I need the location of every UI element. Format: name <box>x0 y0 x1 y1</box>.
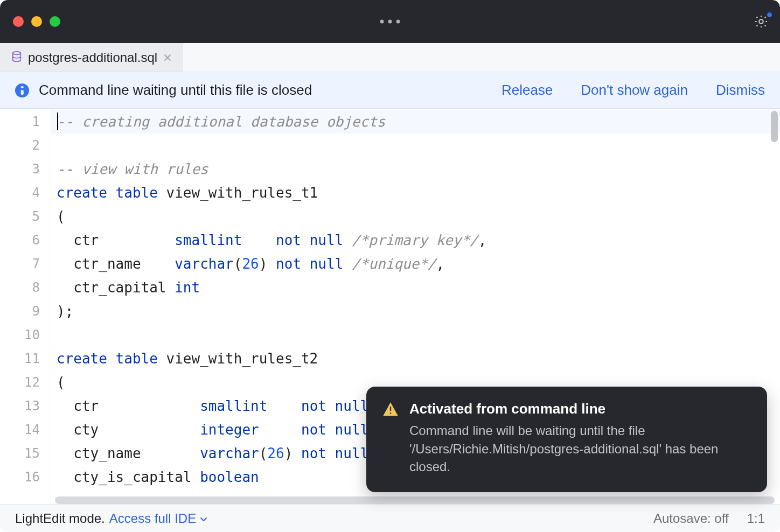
info-icon <box>15 83 29 97</box>
tab-filename: postgres-additional.sql <box>28 50 157 65</box>
autosave-status[interactable]: Autosave: off <box>653 511 729 526</box>
toast-body: Command line will be waiting until the f… <box>409 422 751 476</box>
cursor-position[interactable]: 1:1 <box>747 511 765 526</box>
line-number: 15 <box>0 442 51 465</box>
svg-point-0 <box>759 19 763 23</box>
horizontal-scrollbar[interactable] <box>55 496 775 504</box>
lightedit-mode-label: LightEdit mode. <box>15 511 105 526</box>
line-number: 10 <box>0 323 51 347</box>
svg-point-1 <box>13 51 21 54</box>
ellipsis-icon <box>380 20 384 24</box>
close-window-button[interactable] <box>13 16 24 27</box>
line-number: 14 <box>0 418 51 442</box>
notification-banner: Command line waiting until this file is … <box>0 72 780 109</box>
file-tab[interactable]: postgres-additional.sql <box>0 43 183 72</box>
notification-toast: Activated from command line Command line… <box>366 387 767 492</box>
settings-update-badge <box>766 11 773 18</box>
ellipsis-icon <box>396 20 400 24</box>
code-line[interactable]: ctr_name varchar(26) not null /*unique*/… <box>51 252 780 276</box>
banner-release-link[interactable]: Release <box>502 82 553 99</box>
banner-dont-show-link[interactable]: Don't show again <box>581 82 688 99</box>
line-number: 9 <box>0 299 51 323</box>
banner-message: Command line waiting until this file is … <box>39 82 312 99</box>
line-number: 6 <box>0 228 51 252</box>
line-number: 16 <box>0 465 51 489</box>
access-full-ide-text: Access full IDE <box>109 511 196 526</box>
line-number-gutter: 12345678910111213141516 <box>0 109 51 504</box>
code-line[interactable]: -- creating additional database objects <box>51 110 780 134</box>
titlebar-menu-button[interactable] <box>380 20 400 24</box>
line-number: 7 <box>0 252 51 276</box>
line-number: 1 <box>0 110 51 134</box>
code-line[interactable]: ( <box>51 205 780 228</box>
code-line[interactable]: ctr smallint not null /*primary key*/, <box>51 228 780 252</box>
toast-title: Activated from command line <box>409 401 751 417</box>
warning-icon <box>382 402 399 416</box>
line-number: 4 <box>0 181 51 205</box>
line-number: 13 <box>0 394 51 418</box>
code-line[interactable]: create table view_with_rules_t1 <box>51 181 780 205</box>
code-line[interactable] <box>51 134 780 157</box>
ellipsis-icon <box>388 20 392 24</box>
zoom-window-button[interactable] <box>50 16 60 27</box>
tab-bar: postgres-additional.sql <box>0 43 780 72</box>
code-line[interactable]: -- view with rules <box>51 157 780 181</box>
database-file-icon <box>11 50 23 65</box>
line-number: 8 <box>0 276 51 299</box>
close-tab-icon[interactable] <box>163 53 172 62</box>
line-number: 2 <box>0 134 51 157</box>
line-number: 5 <box>0 205 51 228</box>
line-number: 11 <box>0 347 51 370</box>
minimize-window-button[interactable] <box>31 16 42 27</box>
title-bar <box>0 0 780 43</box>
banner-dismiss-link[interactable]: Dismiss <box>716 82 765 99</box>
line-number: 3 <box>0 157 51 181</box>
ide-window: postgres-additional.sql Command line wai… <box>0 0 780 532</box>
vertical-scrollbar[interactable] <box>771 111 778 142</box>
line-number: 12 <box>0 370 51 394</box>
svg-rect-2 <box>390 407 392 411</box>
text-cursor <box>57 113 58 130</box>
window-controls <box>10 16 60 27</box>
code-line[interactable]: ctr_capital int <box>51 276 780 299</box>
chevron-down-icon <box>199 515 208 523</box>
svg-rect-3 <box>390 412 392 414</box>
access-full-ide-link[interactable]: Access full IDE <box>109 511 208 526</box>
code-line[interactable]: create table view_with_rules_t2 <box>51 347 780 370</box>
status-bar: LightEdit mode. Access full IDE Autosave… <box>0 504 780 532</box>
code-line[interactable] <box>51 323 780 347</box>
code-line[interactable]: ); <box>51 299 780 323</box>
settings-button[interactable] <box>752 12 770 31</box>
